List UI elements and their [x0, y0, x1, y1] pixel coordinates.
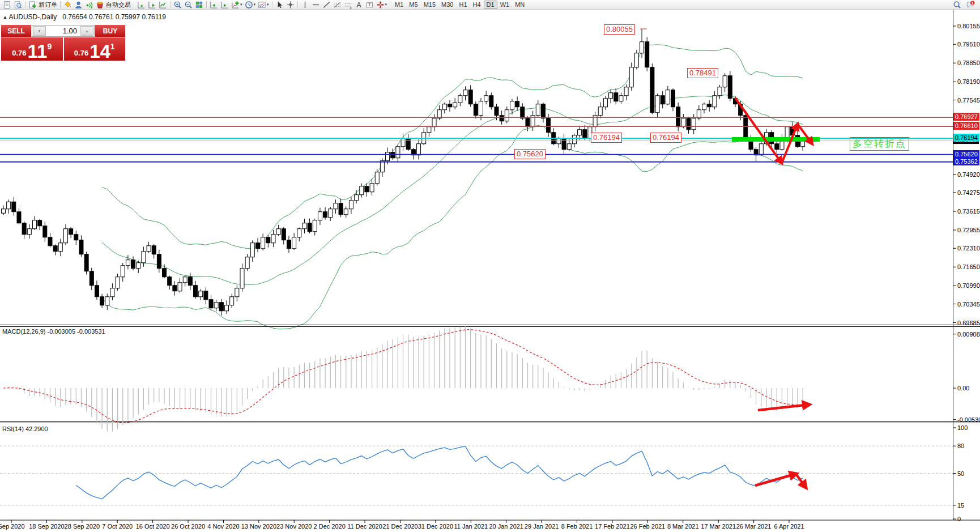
- buy-price-big: 14: [90, 43, 110, 59]
- tile-windows-button[interactable]: [194, 0, 204, 9]
- price-chart-canvas[interactable]: [0, 0, 980, 532]
- chart-overview-button[interactable]: [157, 0, 168, 9]
- collapse-triangle-icon[interactable]: ▲: [3, 15, 7, 20]
- price-axis-label: 0.80155: [957, 23, 980, 29]
- timeframe-m1-button[interactable]: M1: [392, 1, 406, 9]
- date-axis-label: 16 Oct 2020: [136, 523, 170, 530]
- chart-profile-button[interactable]: [2, 0, 12, 9]
- symbol-info: ▲ AUDUSD-,Daily 0.76654 0.76761 0.75997 …: [3, 13, 166, 21]
- crosshair-button[interactable]: [285, 0, 296, 9]
- timeframe-m5-button[interactable]: M5: [406, 1, 420, 9]
- date-axis-label: Sep 2020: [0, 523, 25, 530]
- notification-button[interactable]: 1: [965, 0, 976, 9]
- date-axis-label: 17 Mar 2021: [701, 523, 736, 530]
- date-axis-label: 11 Jan 2021: [454, 523, 488, 530]
- label-icon: T: [365, 1, 374, 9]
- price-axis-label: 0.74920: [957, 171, 980, 178]
- fibo-icon: [333, 1, 342, 9]
- autotrade-button[interactable]: 自动交易: [95, 0, 132, 9]
- search-button[interactable]: [952, 0, 962, 9]
- price-label-annotation[interactable]: 0.75620: [514, 149, 546, 159]
- text-button[interactable]: A: [353, 0, 364, 9]
- alerts-button[interactable]: [84, 0, 95, 9]
- timeframe-d1-button[interactable]: D1: [484, 1, 497, 9]
- date-axis-label: 2 Dec 2020: [314, 523, 346, 530]
- sell-button[interactable]: SELL: [1, 25, 31, 37]
- timeframe-m15-button[interactable]: M15: [421, 1, 438, 9]
- buy-price-tile[interactable]: 0.76 14 1: [64, 37, 126, 61]
- templates-button[interactable]: ▾: [257, 0, 270, 9]
- buy-button[interactable]: BUY: [95, 25, 125, 37]
- fibo-button[interactable]: [332, 0, 343, 9]
- volume-input[interactable]: 1.00: [46, 25, 80, 36]
- timeframe-mn-button[interactable]: MN: [512, 1, 527, 9]
- print-preview-icon: [14, 1, 22, 9]
- level-price-label: 0.76194: [953, 134, 979, 142]
- chart-overview-icon: [159, 1, 167, 9]
- price-axis-label: 0.73615: [957, 208, 980, 215]
- chart-shift-button[interactable]: [136, 0, 147, 9]
- chart-autoscroll-button[interactable]: [147, 0, 157, 9]
- date-axis-label: 26 Feb 2021: [630, 523, 665, 530]
- print-preview-button[interactable]: [12, 0, 23, 9]
- svg-text:A: A: [356, 1, 361, 8]
- arrows-icon: [376, 1, 385, 9]
- alerts-icon: [85, 1, 93, 9]
- zoom-out-button[interactable]: [183, 0, 194, 9]
- toolbar-separator: [25, 1, 25, 8]
- toolbar-separator: [134, 1, 134, 8]
- price-label-annotation[interactable]: 0.78491: [687, 68, 718, 78]
- hline-icon: [312, 1, 320, 9]
- hline-button[interactable]: [310, 0, 321, 9]
- timeframe-h4-button[interactable]: H4: [470, 1, 484, 9]
- new-order-icon: [28, 1, 37, 9]
- timeframe-h1-button[interactable]: H1: [456, 1, 470, 9]
- date-axis-label: 26 Mar 2021: [736, 523, 772, 530]
- price-label-annotation[interactable]: 0.76194: [591, 133, 622, 143]
- trendline-button[interactable]: [321, 0, 332, 9]
- label-button[interactable]: T: [364, 0, 375, 9]
- turning-point-note[interactable]: 多空转折点: [850, 137, 909, 151]
- toolbar: 新订单自动交易▾▾▾FAT▾M1M5M15M30H1H4D1W1MN1: [0, 0, 980, 10]
- zoom-in-icon: [173, 1, 182, 9]
- volume-increase-button[interactable]: ▲: [80, 26, 93, 36]
- mt4-terminal-window: 新订单自动交易▾▾▾FAT▾M1M5M15M30H1H4D1W1MN1 ▲ AU…: [0, 0, 980, 532]
- text-icon: A: [355, 1, 363, 9]
- crosshair-icon: [286, 1, 295, 9]
- date-axis-label: 8 Mar 2021: [667, 523, 699, 530]
- price-label-annotation[interactable]: 0.76194: [650, 133, 681, 143]
- indicators-button[interactable]: ▾: [230, 0, 244, 9]
- new-order-button[interactable]: 新订单: [27, 0, 58, 9]
- macd-axis-label: -0.005306: [957, 416, 980, 423]
- indicators-icon: [231, 1, 240, 9]
- channel-button[interactable]: F: [343, 0, 353, 9]
- sell-price-tile[interactable]: 0.76 11 9: [1, 37, 63, 61]
- date-axis-label: 6 Apr 2021: [774, 523, 804, 530]
- step-forward-button[interactable]: [219, 0, 230, 9]
- zoom-in-button[interactable]: [172, 0, 183, 9]
- svg-text:1: 1: [972, 1, 974, 5]
- step-back-button[interactable]: [208, 0, 219, 9]
- step-forward-icon: [220, 1, 229, 9]
- volume-decrease-button[interactable]: ▼: [33, 26, 46, 36]
- date-axis-label: 28 Sep 2020: [65, 523, 100, 530]
- cursor-button[interactable]: [274, 0, 285, 9]
- one-click-trading-panel: SELL ▼ 1.00 ▲ BUY 0.76 11 9 0.76 14 1: [1, 25, 125, 61]
- chevron-down-icon: ▾: [267, 2, 269, 7]
- date-axis-label: 29 Jan 2021: [525, 523, 559, 530]
- macd-axis-label: 0.00: [957, 385, 969, 391]
- rsi-label: RSI(14) 42.2900: [2, 425, 48, 432]
- timeframe-m30-button[interactable]: M30: [438, 1, 456, 9]
- zoom-out-icon: [184, 1, 193, 9]
- market-depth-button[interactable]: [73, 0, 84, 9]
- level-price-label: 0.76610: [953, 122, 979, 130]
- styles-button[interactable]: [62, 0, 73, 9]
- periods-button[interactable]: ▾: [244, 0, 257, 9]
- arrows-button[interactable]: ▾: [375, 0, 389, 9]
- toolbar-separator: [272, 1, 272, 8]
- toolbar-right-group: 1: [952, 0, 978, 9]
- macd-label: MACD(12,26,9) -0.003005 -0.003531: [2, 328, 105, 335]
- vline-button[interactable]: [300, 0, 310, 9]
- timeframe-w1-button[interactable]: W1: [497, 1, 513, 9]
- price-label-annotation[interactable]: 0.80055: [604, 24, 635, 35]
